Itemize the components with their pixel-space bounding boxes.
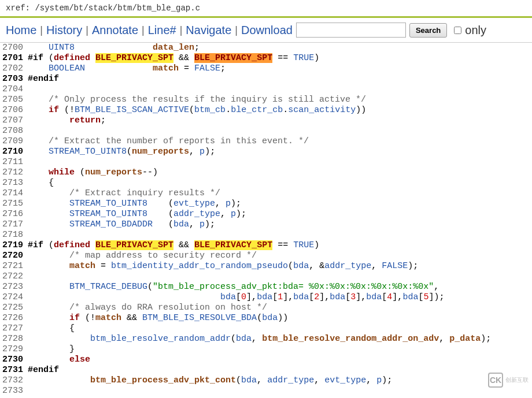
code-line: 2707 return;	[0, 116, 532, 126]
separator: |	[180, 24, 183, 36]
code-content: #if (defined BLE_PRIVACY_SPT && BLE_PRIV…	[28, 240, 532, 251]
code-line: 2726 if (!match && BTM_BLE_IS_RESOLVE_BD…	[0, 313, 532, 323]
code-line: 2720 /* map address to security record *…	[0, 251, 532, 261]
separator: |	[86, 24, 88, 36]
code-content: #endif	[28, 365, 532, 375]
line-number[interactable]: 2707	[0, 116, 28, 126]
code-line: 2706 if (!BTM_BLE_IS_SCAN_ACTIVE(btm_cb.…	[0, 105, 532, 116]
code-content: {	[28, 323, 532, 334]
code-content: BTM_TRACE_DEBUG("btm_ble_process_adv_pkt…	[28, 282, 532, 292]
line-number[interactable]: 2710	[0, 147, 28, 157]
code-line: 2732 btm_ble_process_adv_pkt_cont(bda, a…	[0, 375, 532, 386]
code-line: 2712 while (num_reports--)	[0, 168, 532, 178]
line-number[interactable]: 2719	[0, 240, 28, 251]
code-line: 2704	[0, 84, 532, 95]
line-number[interactable]: 2706	[0, 105, 28, 116]
line-number[interactable]: 2711	[0, 157, 28, 168]
code-content	[28, 157, 532, 168]
code-content: btm_ble_resolve_random_addr(bda, btm_ble…	[28, 334, 532, 344]
line-number[interactable]: 2722	[0, 271, 28, 282]
code-content: {	[28, 178, 532, 188]
code-content: if (!match && BTM_BLE_IS_RESOLVE_BDA(bda…	[28, 313, 532, 323]
code-line: 2716 STREAM_TO_UINT8 (addr_type, p);	[0, 209, 532, 220]
code-content: STREAM_TO_UINT8 (evt_type, p);	[28, 199, 532, 209]
code-content: STREAM_TO_UINT8 (addr_type, p);	[28, 209, 532, 220]
code-content: /* Extract inquiry results */	[28, 188, 532, 199]
code-content: STREAM_TO_BDADDR (bda, p);	[28, 220, 532, 230]
code-content: #if (defined BLE_PRIVACY_SPT && BLE_PRIV…	[28, 53, 532, 64]
code-line: 2702 BOOLEAN match = FALSE;	[0, 64, 532, 74]
line-number[interactable]: 2708	[0, 126, 28, 136]
code-line: 2708	[0, 126, 532, 136]
code-content: /* Extract the number of reports in this…	[28, 136, 532, 147]
code-content: bda[0],bda[1],bda[2],bda[3],bda[4],bda[5…	[28, 292, 532, 303]
history-link[interactable]: History	[46, 24, 82, 37]
navigate-link[interactable]: Navigate	[186, 24, 231, 37]
line-number[interactable]: 2728	[0, 334, 28, 344]
home-link[interactable]: Home	[6, 24, 36, 37]
search-button[interactable]: Search	[409, 23, 447, 38]
separator: |	[235, 24, 238, 36]
line-number[interactable]: 2717	[0, 220, 28, 230]
code-content: /* always do RRA resolution on host */	[28, 303, 532, 313]
code-content: /* map address to security record */	[28, 251, 532, 261]
line-number[interactable]: 2733	[0, 386, 28, 396]
line-number[interactable]: 2718	[0, 230, 28, 240]
only-label: only	[465, 24, 486, 37]
only-checkbox[interactable]	[454, 27, 461, 34]
line-number[interactable]: 2723	[0, 282, 28, 292]
line-number[interactable]: 2731	[0, 365, 28, 375]
search-input[interactable]	[296, 23, 406, 38]
code-line: 2718	[0, 230, 532, 240]
code-line: 2701#if (defined BLE_PRIVACY_SPT && BLE_…	[0, 53, 532, 64]
code-line: 2719#if (defined BLE_PRIVACY_SPT && BLE_…	[0, 240, 532, 251]
line-number[interactable]: 2705	[0, 95, 28, 105]
code-content: btm_ble_process_adv_pkt_cont(bda, addr_t…	[28, 375, 532, 386]
line-number[interactable]: 2725	[0, 303, 28, 313]
toolbar: Home | History | Annotate | Line# | Navi…	[0, 18, 532, 43]
line-number[interactable]: 2714	[0, 188, 28, 199]
line-number[interactable]: 2729	[0, 344, 28, 355]
line-number[interactable]: 2715	[0, 199, 28, 209]
code-line: 2729 }	[0, 344, 532, 355]
code-line: 2723 BTM_TRACE_DEBUG("btm_ble_process_ad…	[0, 282, 532, 292]
code-line: 2724 bda[0],bda[1],bda[2],bda[3],bda[4],…	[0, 292, 532, 303]
code-line: 2703#endif	[0, 74, 532, 84]
line-number[interactable]: 2712	[0, 168, 28, 178]
line-number[interactable]: 2713	[0, 178, 28, 188]
line-number[interactable]: 2720	[0, 251, 28, 261]
line-number[interactable]: 2727	[0, 323, 28, 334]
code-content: UINT8 data_len;	[28, 43, 532, 53]
line-number[interactable]: 2700	[0, 43, 28, 53]
code-content: #endif	[28, 74, 532, 84]
code-line: 2705 /* Only process the results if the …	[0, 95, 532, 105]
line-number[interactable]: 2730	[0, 355, 28, 365]
line-number[interactable]: 2704	[0, 84, 28, 95]
code-content: /* Only process the results if the inqui…	[28, 95, 532, 105]
line-number[interactable]: 2724	[0, 292, 28, 303]
line-link[interactable]: Line#	[148, 24, 176, 37]
annotate-link[interactable]: Annotate	[92, 24, 138, 37]
line-number[interactable]: 2726	[0, 313, 28, 323]
code-line: 2700 UINT8 data_len;	[0, 43, 532, 53]
separator: |	[40, 24, 43, 36]
line-number[interactable]: 2701	[0, 53, 28, 64]
watermark: CK 创新互联	[488, 373, 529, 388]
code-content: if (!BTM_BLE_IS_SCAN_ACTIVE(btm_cb.ble_c…	[28, 105, 532, 116]
separator: |	[142, 24, 145, 36]
line-number[interactable]: 2721	[0, 261, 28, 271]
code-content	[28, 386, 532, 396]
download-link[interactable]: Download	[241, 24, 293, 37]
code-content	[28, 230, 532, 240]
watermark-icon: CK	[488, 373, 503, 388]
code-content	[28, 271, 532, 282]
code-line: 2725 /* always do RRA resolution on host…	[0, 303, 532, 313]
code-line: 2711	[0, 157, 532, 168]
line-number[interactable]: 2732	[0, 375, 28, 386]
line-number[interactable]: 2702	[0, 64, 28, 74]
code-line: 2714 /* Extract inquiry results */	[0, 188, 532, 199]
line-number[interactable]: 2703	[0, 74, 28, 84]
code-line: 2731#endif	[0, 365, 532, 375]
line-number[interactable]: 2709	[0, 136, 28, 147]
line-number[interactable]: 2716	[0, 209, 28, 220]
